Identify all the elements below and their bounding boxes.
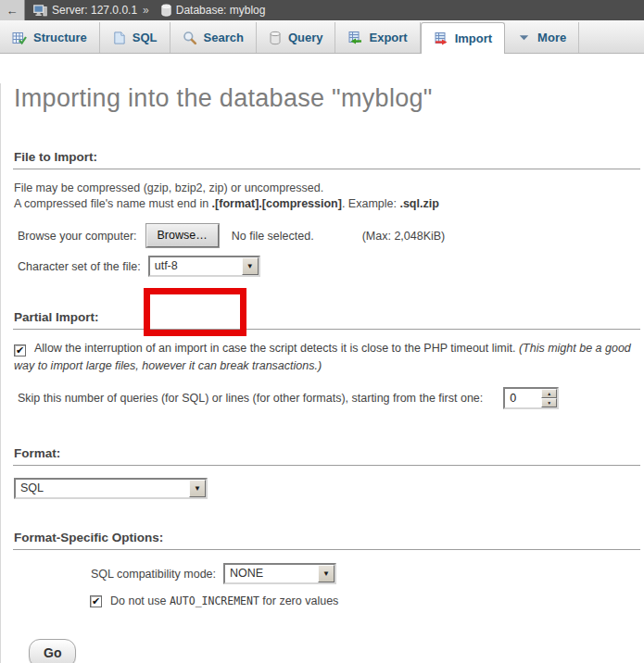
tab-label: Export — [369, 31, 407, 44]
skip-queries-label: Skip this number of queries (for SQL) or… — [18, 392, 483, 405]
tab-import[interactable]: Import — [421, 22, 505, 54]
file-help-example-token: .sql.zip — [399, 197, 438, 210]
import-icon — [434, 31, 448, 46]
charset-selected-value: utf-8 — [150, 257, 242, 275]
tab-more[interactable]: More — [505, 22, 579, 53]
spinner-up-icon[interactable]: ▲ — [541, 389, 557, 398]
file-help-line1: File may be compressed (gzip, bzip2, zip… — [14, 181, 323, 194]
sql-compat-selected-value: NONE — [225, 565, 318, 582]
tab-label: More — [537, 31, 566, 44]
charset-label: Character set of the file: — [18, 260, 141, 273]
max-size-text: (Max: 2,048KiB) — [362, 230, 446, 243]
go-button[interactable]: Go — [29, 639, 76, 663]
chevron-down-icon[interactable]: ▼ — [189, 480, 206, 497]
file-help-text: File may be compressed (gzip, bzip2, zip… — [14, 181, 640, 211]
breadcrumb-database[interactable]: Database: myblog — [176, 4, 266, 17]
tab-label: Query — [288, 31, 323, 44]
structure-icon — [12, 31, 27, 45]
breadcrumb-server[interactable]: Server: 127.0.0.1 — [52, 4, 137, 17]
file-help-example-label: . Example: — [342, 197, 400, 210]
format-selected-value: SQL — [16, 480, 189, 497]
skip-queries-input[interactable]: 0 ▲ ▼ — [503, 387, 559, 409]
tab-label: Import — [455, 31, 492, 45]
export-icon — [347, 31, 362, 45]
auto-increment-label: Do not use AUTO_INCREMENT for zero value… — [110, 594, 338, 607]
back-button[interactable]: ← — [0, 0, 25, 20]
database-icon — [160, 4, 172, 17]
page-title: Importing into the database "myblog" — [14, 83, 640, 113]
browse-button[interactable]: Browse… — [146, 224, 219, 247]
allow-interruption-label: Allow the interruption of an import in c… — [34, 342, 519, 355]
main-content: Importing into the database "myblog" Fil… — [0, 83, 644, 663]
allow-interruption-row: ✔Allow the interruption of an import in … — [14, 340, 637, 375]
spinner-down-icon[interactable]: ▼ — [541, 398, 557, 407]
server-icon — [33, 4, 47, 18]
tab-label: Structure — [33, 31, 87, 44]
skip-queries-row: Skip this number of queries (for SQL) or… — [18, 387, 640, 409]
chevron-down-icon[interactable]: ▼ — [318, 565, 335, 582]
sql-icon — [112, 31, 126, 45]
breadcrumb-bar: ← Server: 127.0.0.1 » Database: myblog — [0, 0, 644, 20]
file-help-format-token: .[format].[compression] — [212, 197, 342, 210]
charset-select[interactable]: utf-8 ▼ — [148, 256, 260, 277]
section-heading-format-options: Format-Specific Options: — [13, 531, 640, 550]
search-icon — [183, 31, 197, 45]
tab-structure[interactable]: Structure — [0, 22, 100, 53]
tab-search[interactable]: Search — [170, 22, 257, 53]
tab-query[interactable]: Query — [257, 22, 336, 53]
browse-row: Browse your computer: Browse… No file se… — [18, 224, 640, 247]
section-heading-partial-import: Partial Import: — [13, 310, 640, 330]
format-select[interactable]: SQL ▼ — [14, 478, 208, 499]
auto-increment-row: ✔ Do not use AUTO_INCREMENT for zero val… — [90, 594, 640, 607]
skip-queries-value: 0 — [505, 389, 541, 407]
sql-compat-select[interactable]: NONE ▼ — [223, 563, 336, 584]
chevron-down-icon[interactable]: ▼ — [242, 257, 259, 275]
go-row: Go — [29, 639, 640, 663]
tab-bar: Structure SQL Search Query Export — [0, 20, 644, 54]
tab-export[interactable]: Export — [335, 22, 420, 53]
tab-label: Search — [204, 31, 244, 44]
sql-compat-row: SQL compatibility mode: NONE ▼ — [91, 563, 640, 584]
no-file-selected-text: No file selected. — [232, 230, 314, 243]
more-icon — [517, 31, 531, 44]
breadcrumb-separator: » — [143, 4, 149, 17]
sql-compat-label: SQL compatibility mode: — [91, 568, 216, 581]
tab-label: SQL — [133, 31, 158, 44]
tab-sql[interactable]: SQL — [100, 22, 170, 53]
section-heading-format: Format: — [13, 446, 640, 466]
query-icon — [269, 31, 282, 45]
file-help-line2: A compressed file's name must end in — [14, 197, 212, 210]
charset-row: Character set of the file: utf-8 ▼ — [18, 256, 640, 277]
allow-interruption-checkbox[interactable]: ✔ — [14, 344, 26, 357]
auto-increment-code: AUTO_INCREMENT — [170, 594, 259, 607]
browse-label: Browse your computer: — [18, 230, 137, 243]
section-heading-file-to-import: File to Import: — [13, 150, 640, 169]
auto-increment-checkbox[interactable]: ✔ — [90, 595, 102, 607]
